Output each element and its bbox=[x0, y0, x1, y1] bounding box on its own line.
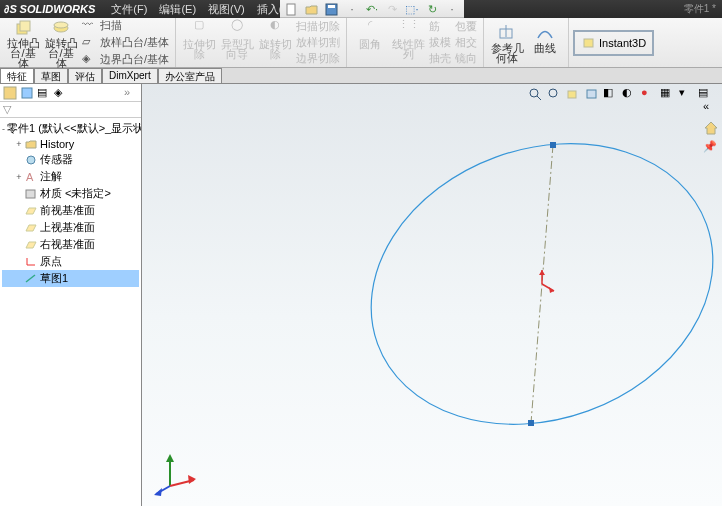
main-content: ▤ ◈ » ▽ -零件1 (默认<<默认>_显示状 +History 传感器 +… bbox=[0, 84, 722, 506]
cut-extrude-icon: ▢ bbox=[189, 19, 209, 39]
svg-marker-28 bbox=[166, 454, 174, 462]
plane-icon bbox=[24, 239, 38, 251]
tree-sensors[interactable]: 传感器 bbox=[2, 151, 139, 168]
tree-pin-icon[interactable]: » bbox=[124, 86, 138, 100]
draft-button: 拔模 bbox=[429, 35, 451, 50]
tree-history[interactable]: +History bbox=[2, 137, 139, 151]
plane-icon bbox=[24, 222, 38, 234]
ribbon-group-instant3d: Instant3D bbox=[569, 18, 658, 67]
redo-icon[interactable]: ↷ bbox=[384, 2, 400, 16]
endpoint-top[interactable] bbox=[550, 142, 556, 148]
svg-rect-0 bbox=[287, 4, 295, 15]
svg-point-6 bbox=[54, 22, 68, 28]
title-bar: ∂S SOLIDWORKS 文件(F) 编辑(E) 视图(V) 插入(I) 工具… bbox=[0, 0, 722, 18]
feature-tree: -零件1 (默认<<默认>_显示状 +History 传感器 +A注解 材质 <… bbox=[0, 118, 141, 289]
tree-right-plane[interactable]: 右视基准面 bbox=[2, 236, 139, 253]
print-icon[interactable]: · bbox=[344, 2, 360, 16]
instant3d-button[interactable]: Instant3D bbox=[573, 30, 654, 56]
sweep-icon: 〰 bbox=[82, 18, 98, 34]
instant3d-icon bbox=[581, 35, 597, 51]
sketch-icon bbox=[24, 273, 38, 285]
boundary-icon: ◈ bbox=[82, 52, 98, 68]
svg-marker-30 bbox=[188, 475, 196, 484]
hole-icon: ◯ bbox=[227, 19, 247, 39]
cut-revolve-icon: ◐ bbox=[265, 19, 285, 39]
tree-tab2-icon[interactable] bbox=[20, 86, 34, 100]
sketch-canvas bbox=[142, 84, 722, 504]
menu-view[interactable]: 视图(V) bbox=[202, 1, 251, 18]
command-tabs: 特征 草图 评估 DimXpert 办公室产品 bbox=[0, 68, 722, 84]
sketch-ellipse[interactable] bbox=[331, 97, 722, 470]
revolve-boss-button[interactable]: 旋转凸 台/基 体 bbox=[42, 18, 80, 68]
extrude-boss-button[interactable]: 拉伸凸 台/基 体 bbox=[4, 18, 42, 68]
tree-root[interactable]: -零件1 (默认<<默认>_显示状 bbox=[2, 120, 139, 137]
tab-dimxpert[interactable]: DimXpert bbox=[102, 68, 158, 83]
tab-sketch[interactable]: 草图 bbox=[34, 68, 68, 83]
hole-wizard-button: ◯异型孔 向导 bbox=[218, 19, 256, 66]
feature-tree-panel: ▤ ◈ » ▽ -零件1 (默认<<默认>_显示状 +History 传感器 +… bbox=[0, 84, 142, 506]
svg-rect-11 bbox=[22, 88, 32, 98]
ribbon-group-boss: 拉伸凸 台/基 体 旋转凸 台/基 体 〰扫描 ▱放样凸台/基体 ◈边界凸台/基… bbox=[0, 18, 176, 67]
coord-triad bbox=[152, 450, 198, 496]
loft-button[interactable]: ▱放样凸台/基体 bbox=[82, 35, 169, 51]
tree-tab3-icon[interactable]: ▤ bbox=[37, 86, 51, 100]
ribbon-group-cut: ▢拉伸切 除 ◯异型孔 向导 ◐旋转切 除 扫描切除 放样切割 边界切除 bbox=[176, 18, 347, 67]
tree-tab4-icon[interactable]: ◈ bbox=[54, 86, 68, 100]
app-logo: ∂S SOLIDWORKS bbox=[4, 3, 95, 15]
curves-button[interactable]: 曲线 bbox=[526, 23, 564, 63]
origin-icon bbox=[24, 256, 38, 268]
tab-features[interactable]: 特征 bbox=[0, 68, 34, 83]
svg-rect-10 bbox=[4, 87, 16, 99]
ref-geom-button[interactable]: 参考几 何体 bbox=[488, 23, 526, 63]
tree-front-plane[interactable]: 前视基准面 bbox=[2, 202, 139, 219]
svg-text:A: A bbox=[26, 171, 34, 183]
boundary-cut-button: 边界切除 bbox=[296, 51, 340, 66]
collapse-icon[interactable]: - bbox=[2, 124, 5, 134]
new-icon[interactable] bbox=[284, 2, 300, 16]
wrap-button: 包覆 bbox=[455, 19, 477, 34]
ribbon-group-ref: 参考几 何体 曲线 bbox=[484, 18, 569, 67]
quick-access-toolbar: · ↶· ↷ ⬚· ↻ · bbox=[280, 0, 464, 18]
tab-office[interactable]: 办公室产品 bbox=[158, 68, 222, 83]
options-icon[interactable]: · bbox=[444, 2, 460, 16]
linear-pattern-button: ⋮⋮线性阵 列 bbox=[389, 19, 427, 66]
revolve-icon bbox=[51, 18, 71, 38]
expand-icon[interactable]: + bbox=[14, 172, 24, 182]
open-icon[interactable] bbox=[304, 2, 320, 16]
rebuild-icon[interactable]: ↻ bbox=[424, 2, 440, 16]
tree-top-plane[interactable]: 上视基准面 bbox=[2, 219, 139, 236]
menu-file[interactable]: 文件(F) bbox=[105, 1, 153, 18]
loft-cut-button: 放样切割 bbox=[296, 35, 340, 50]
expand-icon[interactable]: + bbox=[14, 139, 24, 149]
plane-icon bbox=[24, 205, 38, 217]
shell-button: 抽壳 bbox=[429, 51, 451, 66]
fillet-button: ◜圆角 bbox=[351, 19, 389, 66]
tree-origin[interactable]: 原点 bbox=[2, 253, 139, 270]
undo-icon[interactable]: ↶· bbox=[364, 2, 380, 16]
intersect-button: 相交 bbox=[455, 35, 477, 50]
tree-search[interactable]: ▽ bbox=[0, 102, 141, 118]
svg-rect-15 bbox=[26, 190, 35, 198]
mirror-button: 镜向 bbox=[455, 51, 477, 66]
sweep-button[interactable]: 〰扫描 bbox=[82, 18, 169, 34]
svg-marker-32 bbox=[154, 488, 162, 496]
svg-rect-9 bbox=[584, 39, 593, 47]
tree-tab1-icon[interactable] bbox=[3, 86, 17, 100]
menu-edit[interactable]: 编辑(E) bbox=[153, 1, 202, 18]
tree-annotations[interactable]: +A注解 bbox=[2, 168, 139, 185]
sensor-icon bbox=[24, 154, 38, 166]
doc-title: 零件1 * bbox=[684, 2, 716, 16]
tab-evaluate[interactable]: 评估 bbox=[68, 68, 102, 83]
rib-button: 筋 bbox=[429, 19, 451, 34]
tree-toolbar: ▤ ◈ » bbox=[0, 84, 141, 102]
viewport[interactable]: ◧ ◐ ● ▦ ▾ ▤ « 📌 bbox=[142, 84, 722, 506]
extrude-icon bbox=[13, 18, 33, 38]
endpoint-bottom[interactable] bbox=[528, 420, 534, 426]
tree-material[interactable]: 材质 <未指定> bbox=[2, 185, 139, 202]
boundary-button[interactable]: ◈边界凸台/基体 bbox=[82, 52, 169, 68]
sweep-cut-button: 扫描切除 bbox=[296, 19, 340, 34]
tree-sketch1[interactable]: 草图1 bbox=[2, 270, 139, 287]
select-icon[interactable]: ⬚· bbox=[404, 2, 420, 16]
save-icon[interactable] bbox=[324, 2, 340, 16]
ribbon: 拉伸凸 台/基 体 旋转凸 台/基 体 〰扫描 ▱放样凸台/基体 ◈边界凸台/基… bbox=[0, 18, 722, 68]
